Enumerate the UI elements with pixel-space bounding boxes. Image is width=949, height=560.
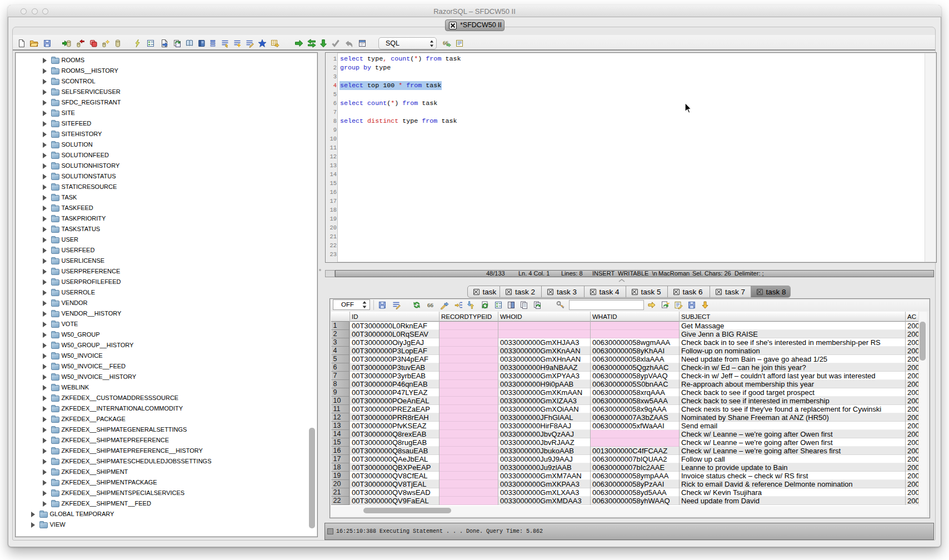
svg-text:66: 66 [427,302,434,308]
